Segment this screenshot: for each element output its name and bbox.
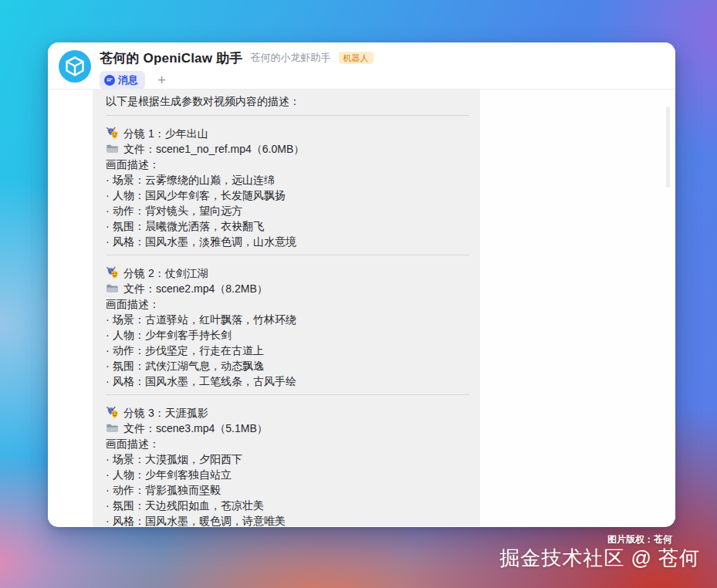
scene-bullet: ·场景：大漠孤烟，夕阳西下: [106, 451, 469, 467]
scene-bullet: ·风格：国风水墨，淡雅色调，山水意境: [106, 234, 469, 249]
scene-bullet: ·动作：背影孤独而坚毅: [106, 482, 469, 498]
scene-bullet: ·氛围：天边残阳如血，苍凉壮美: [106, 498, 469, 513]
scene-bullet: ·场景：云雾缭绕的山巅，远山连绵: [106, 172, 469, 188]
bot-type-badge: 机器人: [339, 52, 374, 64]
bot-title: 苍何的 OpeniClaw 助手: [100, 49, 243, 67]
scene-file-line: 文件：scene3.mp4（5.1MB）: [106, 421, 469, 436]
scene-bullets: ·场景：云雾缭绕的山巅，远山连绵·人物：国风少年剑客，长发随风飘扬·动作：背对镜…: [106, 172, 469, 249]
scene-file: 文件：scene1_no_ref.mp4（6.0MB）: [123, 143, 304, 155]
scene-title: 分镜 1：少年出山: [123, 127, 208, 140]
scene-file: 文件：scene3.mp4（5.1MB）: [123, 422, 268, 434]
scene-bullet: ·风格：国风水墨，工笔线条，古风手绘: [106, 373, 469, 389]
scene-title-line: 分镜 3：天涯孤影: [106, 405, 469, 421]
scene-file-line: 文件：scene1_no_ref.mp4（6.0MB）: [106, 141, 469, 157]
message-divider: [106, 115, 469, 116]
scene-desc-label: 画面描述：: [106, 296, 469, 312]
bot-message-bubble: 以下是根据生成参数对视频内容的描述： 分镜 1：少年出山: [93, 90, 480, 526]
scene-bullet: ·氛围：晨曦微光洒落，衣袂翻飞: [106, 218, 469, 234]
scene-desc-label: 画面描述：: [106, 157, 469, 172]
performing-arts-masks-icon: [106, 406, 119, 419]
message-intro: 以下是根据生成参数对视频内容的描述：: [106, 93, 469, 109]
scene-block: 分镜 1：少年出山 文件：scene1_no_ref.mp4（6.0MB） 画面…: [106, 126, 469, 255]
folder-icon: [106, 282, 119, 295]
scene-desc-label: 画面描述：: [106, 436, 469, 451]
message-scenes: 分镜 1：少年出山 文件：scene1_no_ref.mp4（6.0MB） 画面…: [106, 126, 469, 526]
scene-title: 分镜 2：仗剑江湖: [123, 267, 208, 279]
scene-bullet: ·人物：国风少年剑客，长发随风飘扬: [106, 188, 469, 203]
message-divider: [106, 255, 469, 255]
scene-bullet: ·风格：国风水墨，暖色调，诗意唯美: [106, 513, 469, 526]
bot-profile-header: 苍何的 OpeniClaw 助手 苍何的小龙虾助手 机器人 消息 +: [48, 42, 675, 90]
chat-bubble-icon: [104, 75, 115, 86]
chat-empty-area: [480, 90, 675, 526]
folder-icon: [106, 421, 119, 434]
chat-window: 苍何的 OpeniClaw 助手 苍何的小龙虾助手 机器人 消息 + 以下是根据…: [48, 42, 675, 527]
scene-title-line: 分镜 1：少年出山: [106, 126, 469, 141]
scene-file-line: 文件：scene2.mp4（8.2MB）: [106, 281, 469, 296]
tab-messages-label: 消息: [118, 73, 138, 87]
scene-bullet: ·场景：古道驿站，红叶飘落，竹林环绕: [106, 312, 469, 327]
message-divider: [106, 394, 469, 395]
scene-bullet: ·人物：少年剑客手持长剑: [106, 327, 469, 343]
performing-arts-masks-icon: [106, 266, 119, 279]
tab-messages[interactable]: 消息: [100, 71, 145, 90]
cube-icon: [59, 50, 91, 83]
scene-title-line: 分镜 2：仗剑江湖: [106, 265, 469, 281]
performing-arts-masks-icon: [106, 127, 119, 140]
scrollbar-thumb[interactable]: [666, 106, 670, 188]
scene-block: 分镜 2：仗剑江湖 文件：scene2.mp4（8.2MB） 画面描述： ·场景…: [106, 265, 469, 395]
avatar-gutter: [48, 90, 93, 526]
add-tab-button[interactable]: +: [157, 73, 166, 87]
bot-subtitle: 苍何的小龙虾助手: [251, 51, 331, 65]
bot-avatar[interactable]: [59, 50, 91, 83]
scene-block: 分镜 3：天涯孤影 文件：scene3.mp4（5.1MB） 画面描述： ·场景…: [106, 405, 469, 526]
scene-bullets: ·场景：大漠孤烟，夕阳西下·人物：少年剑客独自站立·动作：背影孤独而坚毅·氛围：…: [106, 451, 469, 526]
chat-content: 以下是根据生成参数对视频内容的描述： 分镜 1：少年出山: [48, 90, 675, 526]
scene-bullet: ·人物：少年剑客独自站立: [106, 467, 469, 482]
tab-bar: 消息 +: [100, 71, 374, 90]
scene-bullets: ·场景：古道驿站，红叶飘落，竹林环绕·人物：少年剑客手持长剑·动作：步伐坚定，行…: [106, 312, 469, 389]
community-watermark: 掘金技术社区 @ 苍何: [499, 545, 700, 572]
folder-icon: [106, 142, 119, 155]
scene-file: 文件：scene2.mp4（8.2MB）: [123, 282, 268, 295]
scene-bullet: ·氛围：武侠江湖气息，动态飘逸: [106, 358, 469, 373]
scene-bullet: ·动作：背对镜头，望向远方: [106, 203, 469, 218]
scene-title: 分镜 3：天涯孤影: [123, 407, 208, 419]
scene-bullet: ·动作：步伐坚定，行走在古道上: [106, 343, 469, 358]
